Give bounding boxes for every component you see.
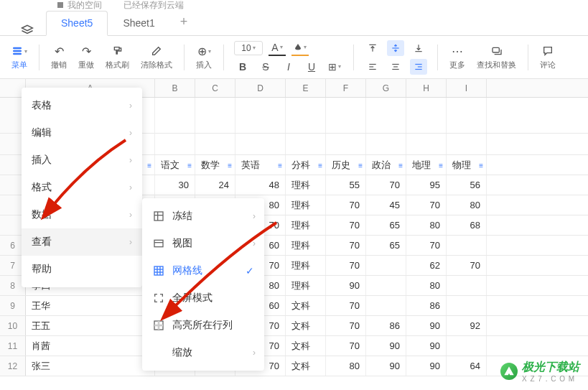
- table-header[interactable]: 政治≡: [366, 155, 406, 175]
- col-header-B[interactable]: B: [155, 79, 195, 97]
- row-header[interactable]: 10: [0, 316, 26, 335]
- cell[interactable]: 理科: [286, 215, 326, 235]
- menu-item-view[interactable]: 查看›: [22, 228, 142, 256]
- cell[interactable]: [447, 296, 487, 315]
- cell[interactable]: 90: [366, 356, 406, 376]
- cell[interactable]: 80: [447, 195, 487, 215]
- cell[interactable]: 90: [366, 336, 406, 356]
- table-header[interactable]: 地理≡: [406, 155, 447, 175]
- undo-button[interactable]: ↶撤销: [45, 42, 73, 72]
- italic-button[interactable]: I: [280, 59, 297, 75]
- layers-icon[interactable]: [20, 21, 34, 35]
- borders-button[interactable]: ⊞▾: [326, 59, 343, 75]
- cell[interactable]: 肖茜: [26, 336, 155, 356]
- cell[interactable]: 70: [326, 256, 366, 275]
- cell[interactable]: 90: [406, 336, 447, 356]
- col-header-H[interactable]: H: [406, 79, 447, 97]
- cell[interactable]: 48: [235, 175, 286, 195]
- font-size-selector[interactable]: 10 ▾: [234, 41, 263, 55]
- cell[interactable]: 70: [326, 336, 366, 356]
- filter-icon[interactable]: ≡: [187, 161, 192, 169]
- cell[interactable]: 95: [406, 175, 447, 195]
- col-header-G[interactable]: G: [366, 79, 406, 97]
- cell[interactable]: 86: [406, 296, 447, 315]
- table-header[interactable]: 数学≡: [195, 155, 235, 175]
- cell[interactable]: 文科: [286, 336, 326, 356]
- col-header-C[interactable]: C: [195, 79, 235, 97]
- cell[interactable]: 70: [326, 215, 366, 235]
- find-replace-button[interactable]: 查找和替换: [471, 42, 522, 72]
- clear-format-button[interactable]: 清除格式: [135, 42, 178, 72]
- cell[interactable]: [447, 236, 487, 255]
- menu-item-data[interactable]: 数据›: [22, 201, 142, 228]
- font-color-button[interactable]: A▾: [269, 40, 286, 56]
- fill-color-button[interactable]: ▾: [291, 40, 309, 56]
- filter-icon[interactable]: ≡: [439, 161, 443, 169]
- submenu-freeze[interactable]: 冻结›: [142, 203, 264, 230]
- filter-icon[interactable]: ≡: [318, 161, 322, 169]
- redo-button[interactable]: ↷重做: [73, 42, 100, 72]
- menu-item-edit[interactable]: 编辑›: [22, 119, 142, 147]
- row-header[interactable]: 12: [0, 356, 26, 376]
- comments-button[interactable]: 评论: [534, 42, 561, 72]
- filter-icon[interactable]: ≡: [398, 161, 403, 169]
- cell[interactable]: 70: [406, 236, 447, 255]
- menu-item-format[interactable]: 格式›: [22, 174, 142, 201]
- cell[interactable]: [447, 276, 487, 295]
- cell[interactable]: [366, 296, 406, 315]
- menu-item-insert[interactable]: 插入›: [22, 147, 142, 174]
- cell[interactable]: 90: [326, 276, 366, 295]
- submenu-gridlines[interactable]: 网格线✓: [142, 257, 264, 284]
- menu-item-table[interactable]: 表格›: [22, 92, 142, 119]
- cell[interactable]: 理科: [286, 175, 326, 195]
- cell[interactable]: [447, 336, 487, 356]
- col-header-D[interactable]: D: [235, 79, 286, 97]
- filter-icon[interactable]: ≡: [479, 161, 483, 169]
- filter-icon[interactable]: ≡: [228, 161, 232, 169]
- cell[interactable]: 张三: [26, 356, 155, 376]
- format-painter-button[interactable]: 格式刷: [100, 42, 135, 72]
- filter-icon[interactable]: ≡: [147, 161, 151, 169]
- strikethrough-button[interactable]: S: [257, 59, 274, 75]
- table-header[interactable]: 语文≡: [155, 155, 195, 175]
- cell[interactable]: 68: [447, 215, 487, 235]
- tab-sheet5[interactable]: Sheet5: [46, 11, 108, 36]
- cell[interactable]: 45: [366, 195, 406, 215]
- menu-button[interactable]: ▾ 菜单: [6, 42, 33, 72]
- cell[interactable]: 王五: [26, 316, 155, 335]
- bold-button[interactable]: B: [234, 59, 251, 75]
- cell[interactable]: 64: [447, 356, 487, 376]
- valign-middle-button[interactable]: [387, 40, 404, 56]
- cell[interactable]: 理科: [286, 276, 326, 295]
- cell[interactable]: 86: [366, 316, 406, 335]
- cell[interactable]: 70: [447, 256, 487, 275]
- cell[interactable]: 王华: [26, 296, 155, 315]
- cell[interactable]: 理科: [286, 236, 326, 255]
- cell[interactable]: 80: [406, 215, 447, 235]
- cell[interactable]: 文科: [286, 296, 326, 315]
- cell[interactable]: 文科: [286, 316, 326, 335]
- valign-top-button[interactable]: [364, 40, 381, 56]
- tab-sheet1[interactable]: Sheet1: [108, 11, 169, 35]
- submenu-fullscreen[interactable]: 全屏模式: [142, 284, 264, 312]
- cell[interactable]: 文科: [286, 356, 326, 376]
- row-header[interactable]: 9: [0, 296, 26, 315]
- cell[interactable]: 70: [326, 195, 366, 215]
- align-center-button[interactable]: [387, 59, 404, 75]
- underline-button[interactable]: U: [303, 59, 320, 75]
- menu-item-help[interactable]: 帮助: [22, 256, 142, 283]
- col-header-F[interactable]: F: [326, 79, 366, 97]
- cell[interactable]: 80: [406, 276, 447, 295]
- table-header[interactable]: 历史≡: [326, 155, 366, 175]
- cell[interactable]: [366, 256, 406, 275]
- cell[interactable]: 30: [155, 175, 195, 195]
- col-header-E[interactable]: E: [286, 79, 326, 97]
- more-button[interactable]: ⋯更多: [444, 42, 471, 72]
- cell[interactable]: 56: [447, 175, 487, 195]
- table-header[interactable]: 英语≡: [235, 155, 286, 175]
- align-right-button[interactable]: [410, 59, 427, 75]
- cell[interactable]: 62: [406, 256, 447, 275]
- filter-icon[interactable]: ≡: [278, 161, 282, 169]
- cell[interactable]: 55: [326, 175, 366, 195]
- cell[interactable]: 90: [406, 316, 447, 335]
